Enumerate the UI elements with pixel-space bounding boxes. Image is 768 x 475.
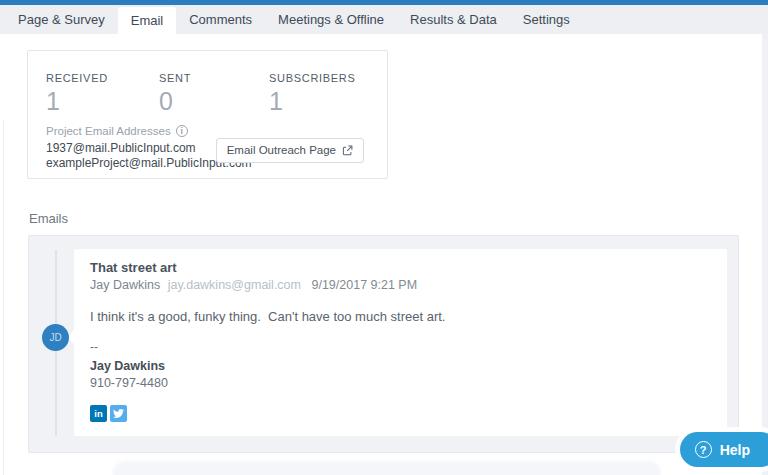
stat-subscribers: SUBSCRIBERS 1 xyxy=(269,72,387,114)
email-subject: That street art xyxy=(90,260,711,275)
stats-row: RECEIVED 1 SENT 0 SUBSCRIBERS 1 xyxy=(28,51,387,114)
sender-name: Jay Dawkins xyxy=(90,278,160,292)
email-outreach-page-button[interactable]: Email Outreach Page xyxy=(216,138,364,163)
signature-phone: 910-797-4480 xyxy=(90,376,711,390)
stat-subscribers-label: SUBSCRIBERS xyxy=(269,72,387,84)
emails-section-title: Emails xyxy=(29,211,68,226)
sender-email: jay.dawkins@gmail.com xyxy=(168,278,301,292)
external-link-icon xyxy=(342,145,353,156)
page-right-edge xyxy=(762,34,768,475)
avatar: JD xyxy=(42,324,69,351)
linkedin-icon[interactable]: in xyxy=(90,405,107,422)
info-icon[interactable]: i xyxy=(176,125,188,137)
signature-social-links: in xyxy=(90,405,711,422)
stat-received: RECEIVED 1 xyxy=(46,72,159,114)
help-button[interactable]: ? Help xyxy=(680,432,768,467)
stat-sent-value: 0 xyxy=(159,89,269,114)
signature-name: Jay Dawkins xyxy=(90,359,711,373)
signature-divider: -- xyxy=(90,340,711,354)
twitter-icon[interactable] xyxy=(110,405,127,422)
stat-received-label: RECEIVED xyxy=(46,72,159,84)
email-timestamp: 9/19/2017 9:21 PM xyxy=(311,278,417,292)
emails-list: JD That street art Jay Dawkins jay.dawki… xyxy=(28,235,739,453)
stat-received-value: 1 xyxy=(46,89,159,114)
email-card: That street art Jay Dawkins jay.dawkins@… xyxy=(74,249,727,436)
tab-bar: Page & Survey Email Comments Meetings & … xyxy=(0,5,768,34)
stat-sent-label: SENT xyxy=(159,72,269,84)
tab-results-data[interactable]: Results & Data xyxy=(397,5,510,34)
tab-page-survey[interactable]: Page & Survey xyxy=(5,5,118,34)
project-email-addresses-text: Project Email Addresses xyxy=(46,125,171,137)
next-section-shadow xyxy=(113,461,661,475)
tab-email[interactable]: Email xyxy=(118,7,177,34)
page-left-edge xyxy=(3,120,4,475)
email-body: I think it's a good, funky thing. Can't … xyxy=(90,309,711,324)
tab-meetings-offline[interactable]: Meetings & Offline xyxy=(265,5,397,34)
tab-comments[interactable]: Comments xyxy=(176,5,265,34)
email-outreach-page-label: Email Outreach Page xyxy=(227,144,336,156)
stat-subscribers-value: 1 xyxy=(269,89,387,114)
help-button-label: Help xyxy=(720,442,750,458)
email-from-line: Jay Dawkins jay.dawkins@gmail.com 9/19/2… xyxy=(90,278,711,292)
project-email-addresses-label: Project Email Addresses i xyxy=(46,125,252,137)
tab-settings[interactable]: Settings xyxy=(510,5,583,34)
email-stats-card: RECEIVED 1 SENT 0 SUBSCRIBERS 1 Project … xyxy=(27,50,388,179)
stat-sent: SENT 0 xyxy=(159,72,269,114)
question-icon: ? xyxy=(695,441,712,458)
